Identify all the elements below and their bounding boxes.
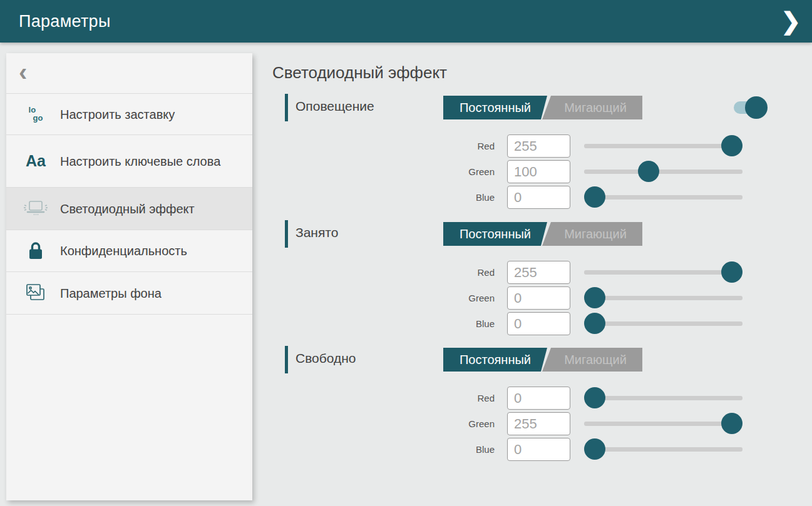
green-input[interactable] bbox=[507, 412, 570, 435]
slider-thumb[interactable] bbox=[584, 287, 605, 308]
red-input[interactable] bbox=[507, 261, 570, 284]
mode-constant-button[interactable]: Постоянный bbox=[443, 96, 547, 119]
section-title: Свободно bbox=[296, 351, 356, 366]
green-input[interactable] bbox=[507, 160, 570, 183]
toggle-thumb bbox=[745, 96, 768, 119]
blue-input[interactable] bbox=[507, 438, 570, 461]
slider-thumb[interactable] bbox=[721, 135, 743, 156]
green-input[interactable] bbox=[507, 286, 570, 310]
section-free: Свободно Постоянный Мигающий Red Green B… bbox=[272, 345, 773, 470]
mode-constant-button[interactable]: Постоянный bbox=[443, 348, 547, 372]
slider-track bbox=[584, 422, 743, 426]
notification-toggle[interactable] bbox=[734, 96, 769, 119]
red-slider[interactable] bbox=[584, 387, 743, 410]
mode-blinking-button[interactable]: Мигающий bbox=[542, 96, 642, 119]
sidebar-item-label: Настроить заставку bbox=[60, 106, 175, 123]
section-accent-bar bbox=[285, 346, 288, 373]
blue-slider[interactable] bbox=[584, 438, 743, 461]
slider-track bbox=[584, 170, 743, 174]
section-title: Оповещение bbox=[296, 99, 374, 114]
blue-input[interactable] bbox=[507, 312, 570, 335]
blue-label: Blue bbox=[432, 186, 495, 209]
slider-thumb[interactable] bbox=[584, 438, 605, 460]
content-title: Светодиодный эффект bbox=[272, 63, 447, 83]
blue-row: Blue bbox=[272, 312, 773, 335]
slider-track bbox=[584, 195, 743, 200]
blue-slider[interactable] bbox=[584, 186, 743, 209]
green-label: Green bbox=[432, 412, 495, 435]
blue-label: Blue bbox=[432, 312, 495, 335]
section-busy: Занято Постоянный Мигающий Red Green Blu… bbox=[272, 219, 773, 344]
slider-track bbox=[584, 447, 743, 452]
slider-thumb[interactable] bbox=[584, 387, 605, 408]
led-screen-icon bbox=[21, 199, 50, 219]
red-label: Red bbox=[432, 134, 495, 158]
green-label: Green bbox=[432, 286, 495, 310]
logo-icon: logo bbox=[21, 106, 50, 122]
blue-input[interactable] bbox=[507, 186, 570, 209]
sidebar-item-background[interactable]: Параметры фона bbox=[6, 272, 252, 315]
slider-track bbox=[584, 144, 743, 148]
sidebar-back-button[interactable]: ‹ bbox=[6, 53, 252, 94]
slider-thumb[interactable] bbox=[721, 261, 743, 283]
sidebar: ‹ logo Настроить заставку Aa Настроить к… bbox=[6, 53, 252, 500]
forward-chevron-icon[interactable]: ❯ bbox=[781, 9, 801, 33]
lock-icon bbox=[21, 241, 50, 261]
section-notification: Оповещение Постоянный Мигающий Red Green bbox=[272, 93, 773, 218]
mode-segmented-control: Постоянный Мигающий bbox=[443, 222, 642, 246]
sidebar-item-led-effect[interactable]: Светодиодный эффект bbox=[6, 188, 252, 230]
blue-row: Blue bbox=[272, 438, 773, 461]
sidebar-item-privacy[interactable]: Конфиденциальность bbox=[6, 230, 252, 272]
slider-track bbox=[584, 321, 743, 326]
green-slider[interactable] bbox=[584, 160, 743, 183]
section-title: Занято bbox=[296, 225, 338, 240]
red-row: Red bbox=[272, 134, 773, 158]
red-label: Red bbox=[432, 261, 495, 284]
sidebar-item-keywords[interactable]: Aa Настроить ключевые слова bbox=[6, 135, 252, 188]
page-title: Параметры bbox=[19, 12, 111, 31]
app-bar: Параметры ❯ bbox=[0, 0, 812, 43]
section-accent-bar bbox=[285, 220, 288, 248]
red-slider[interactable] bbox=[584, 134, 743, 158]
sidebar-item-label: Конфиденциальность bbox=[60, 243, 187, 259]
mode-segmented-control: Постоянный Мигающий bbox=[443, 96, 642, 119]
slider-track bbox=[584, 296, 743, 300]
sidebar-item-label: Настроить ключевые слова bbox=[60, 153, 220, 170]
slider-thumb[interactable] bbox=[584, 186, 605, 208]
slider-track bbox=[584, 396, 743, 400]
red-label: Red bbox=[432, 387, 495, 410]
red-row: Red bbox=[272, 261, 773, 284]
mode-blinking-button[interactable]: Мигающий bbox=[542, 222, 642, 246]
green-slider[interactable] bbox=[584, 412, 743, 435]
red-slider[interactable] bbox=[584, 261, 743, 284]
green-label: Green bbox=[432, 160, 495, 183]
section-accent-bar bbox=[285, 94, 288, 121]
red-input[interactable] bbox=[507, 134, 570, 158]
red-row: Red bbox=[272, 387, 773, 410]
red-input[interactable] bbox=[507, 387, 570, 410]
mode-segmented-control: Постоянный Мигающий bbox=[443, 348, 642, 372]
blue-slider[interactable] bbox=[584, 312, 743, 335]
background-images-icon bbox=[21, 283, 50, 304]
keywords-aa-icon: Aa bbox=[21, 152, 50, 170]
sidebar-item-label: Светодиодный эффект bbox=[60, 201, 195, 217]
green-row: Green bbox=[272, 412, 773, 435]
slider-thumb[interactable] bbox=[721, 413, 743, 434]
mode-constant-button[interactable]: Постоянный bbox=[443, 222, 547, 246]
sidebar-item-label: Параметры фона bbox=[60, 285, 162, 301]
settings-screen: Параметры ❯ ‹ logo Настроить заставку Aa… bbox=[0, 0, 812, 506]
slider-track bbox=[584, 270, 743, 275]
green-row: Green bbox=[272, 286, 773, 310]
blue-row: Blue bbox=[272, 186, 773, 209]
slider-thumb[interactable] bbox=[638, 161, 659, 182]
blue-label: Blue bbox=[432, 438, 495, 461]
green-slider[interactable] bbox=[584, 286, 743, 310]
back-chevron-icon: ‹ bbox=[19, 59, 27, 84]
slider-thumb[interactable] bbox=[584, 313, 605, 334]
mode-blinking-button[interactable]: Мигающий bbox=[542, 348, 642, 372]
sidebar-item-screensaver[interactable]: logo Настроить заставку bbox=[6, 94, 252, 135]
green-row: Green bbox=[272, 160, 773, 183]
